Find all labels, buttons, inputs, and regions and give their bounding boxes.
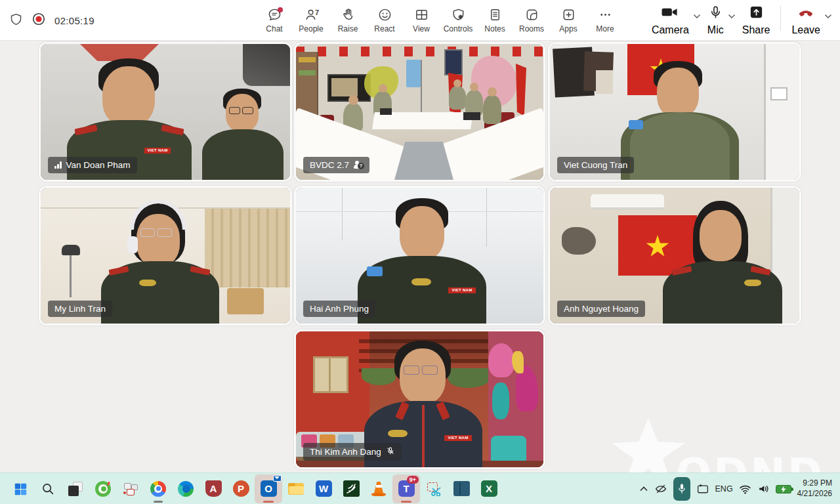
snipping-tool-button[interactable] <box>420 474 448 503</box>
camera-options-chevron[interactable] <box>693 10 704 31</box>
wings-badge <box>388 430 408 437</box>
panel-app-icon <box>453 481 470 496</box>
av-controls: Camera Mic Share Leave <box>648 0 835 41</box>
start-button[interactable] <box>7 474 34 503</box>
laptop <box>463 112 480 120</box>
access-button[interactable]: A <box>200 474 227 503</box>
raise-hand-button[interactable]: Raise <box>329 2 366 39</box>
un-flag <box>406 60 421 87</box>
share-button[interactable]: Share <box>738 5 774 36</box>
edge-button[interactable] <box>172 474 200 503</box>
windows-taskbar: A P O W T 9+ <box>0 472 840 504</box>
rooms-button[interactable]: Rooms <box>513 2 550 39</box>
search-button[interactable] <box>34 474 62 503</box>
notes-button[interactable]: Notes <box>476 2 513 39</box>
task-view-icon <box>68 482 83 496</box>
task-view-button[interactable] <box>62 474 89 503</box>
fern-icon <box>343 480 360 497</box>
tray-mic-button[interactable] <box>673 477 690 501</box>
uniform-patch: VIET NAM <box>448 287 476 293</box>
mic-label: Mic <box>707 24 724 36</box>
leave-options-chevron[interactable] <box>824 10 835 31</box>
view-button[interactable]: View <box>403 2 440 39</box>
battery-icon[interactable] <box>776 485 791 494</box>
wings-badge <box>139 280 156 286</box>
raise-label: Raise <box>338 24 358 33</box>
react-label: React <box>374 24 394 33</box>
controls-button[interactable]: Controls <box>440 2 476 39</box>
toolbar-divider <box>780 6 781 31</box>
unikey-button[interactable] <box>117 474 144 503</box>
studio-effects-icon[interactable] <box>696 483 709 495</box>
watermark-text: QDND <box>676 456 824 472</box>
notes-icon <box>488 7 503 22</box>
people-label: People <box>299 24 323 33</box>
laptop <box>380 108 392 115</box>
participant-name: Van Doan Pham <box>66 160 131 170</box>
un-blue-beret <box>367 266 383 276</box>
participant-name: Hai Anh Phung <box>310 304 369 314</box>
mic-options-chevron[interactable] <box>728 10 738 31</box>
video-tile-hai-anh-phung[interactable]: VIET NAM Hai Anh Phung <box>294 186 545 326</box>
video-tile-anh-nguyet-hoang[interactable]: Anh Nguyet Hoang <box>548 186 801 326</box>
video-tile-my-linh-tran[interactable]: My Linh Tran <box>39 186 292 326</box>
name-tag: BVDC 2.7 ? <box>303 157 369 173</box>
running-indicator <box>263 501 274 503</box>
vlc-button[interactable] <box>365 474 392 503</box>
powerpoint-button[interactable]: P <box>227 474 255 503</box>
leave-button[interactable]: Leave <box>788 5 824 36</box>
chrome-button[interactable] <box>144 474 172 503</box>
leave-label: Leave <box>791 24 820 36</box>
wifi-icon[interactable] <box>739 484 751 494</box>
window-frame <box>764 44 799 180</box>
react-button[interactable]: React <box>366 2 403 39</box>
chat-button[interactable]: Chat <box>256 2 293 39</box>
panel-app-button[interactable] <box>448 474 475 503</box>
un-blue-beret <box>629 120 643 129</box>
camera-button[interactable]: Camera <box>648 5 693 36</box>
tray-clock[interactable]: 9:29 PM 4/21/2026 <box>797 478 836 499</box>
meeting-toolbar: 02:05:19 Chat 7 People Raise React View … <box>0 0 840 41</box>
language-indicator[interactable]: ENG <box>715 484 733 494</box>
people-button[interactable]: 7 People <box>293 2 329 39</box>
more-button[interactable]: More <box>587 2 623 39</box>
controls-label: Controls <box>444 24 473 33</box>
video-grid: VIET NAM Van Doan Pham <box>0 41 840 472</box>
fern-app-button[interactable] <box>337 474 365 503</box>
running-indicator <box>154 501 163 503</box>
shield-icon[interactable] <box>9 12 23 29</box>
toolbar-buttons: Chat 7 People Raise React View Controls … <box>256 0 623 41</box>
volume-icon[interactable] <box>757 484 770 494</box>
wall-art <box>313 356 348 393</box>
unikey-keyboard-icon <box>123 482 138 496</box>
video-tile-van-doan-pham[interactable]: VIET NAM Van Doan Pham <box>39 42 292 182</box>
hidden-icons-chevron[interactable] <box>639 486 648 492</box>
coccoc-browser-button[interactable] <box>89 474 117 503</box>
video-tile-bvdc-27[interactable]: BVDC 2.7 ? <box>294 42 545 182</box>
uniform-patch: VIET NAM <box>444 435 472 441</box>
ear-cup <box>127 236 138 253</box>
mic-button[interactable]: Mic <box>704 5 728 36</box>
ac-unit <box>591 194 664 210</box>
outlook-icon: O <box>261 480 277 497</box>
camera-icon <box>660 5 680 22</box>
teams-button[interactable]: T 9+ <box>392 474 420 503</box>
file-explorer-button[interactable] <box>282 474 310 503</box>
excel-button[interactable]: X <box>475 474 503 503</box>
windows-logo-icon <box>13 482 28 496</box>
chat-label: Chat <box>266 24 282 33</box>
edge-icon <box>178 481 194 497</box>
record-icon <box>32 12 46 29</box>
more-label: More <box>596 24 614 33</box>
word-button[interactable]: W <box>310 474 337 503</box>
video-tile-viet-cuong-tran[interactable]: Viet Cuong Tran <box>548 42 801 182</box>
video-tile-thi-kim-anh-dang[interactable]: VIET NAM Thi Kim Anh Dang <box>294 329 545 469</box>
vlc-cone-icon <box>371 482 387 496</box>
eye-off-icon[interactable] <box>654 483 667 495</box>
chrome-icon <box>150 481 166 497</box>
outlook-button[interactable]: O <box>255 474 282 503</box>
name-tag: Anh Nguyet Hoang <box>557 301 645 317</box>
muted-mic-icon <box>386 446 395 457</box>
apps-button[interactable]: Apps <box>550 2 587 39</box>
folder-icon <box>287 482 304 496</box>
